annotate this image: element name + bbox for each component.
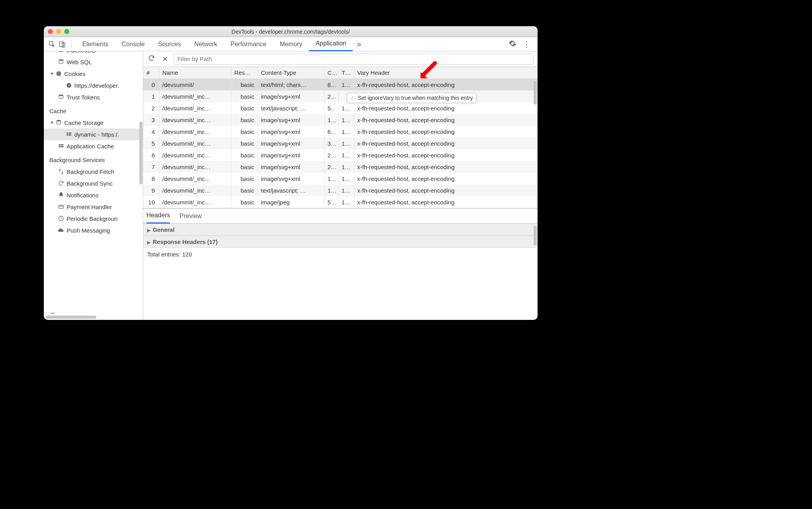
cell-res: basic — [231, 114, 258, 126]
cell-name: /devsummit/_inc… — [159, 173, 231, 184]
cell-vh: x-fh-requested-host, accept-encoding — [354, 114, 538, 126]
table-row[interactable]: 10/devsummit/_inc…basicimage/jpeg5…1…x-f… — [143, 196, 538, 208]
clear-button[interactable]: ✕ — [161, 55, 169, 63]
sidebar-item-indexeddb[interactable]: IndexedDB — [44, 51, 143, 56]
tab-application[interactable]: Application — [309, 37, 353, 51]
sidebar-item-app-cache[interactable]: Application Cache — [44, 140, 143, 152]
cell-cl: 2… — [324, 90, 338, 102]
sidebar-scrollbar-vertical[interactable] — [139, 122, 143, 184]
col-vary-header[interactable]: Vary Header — [354, 67, 538, 79]
tab-console[interactable]: Console — [115, 37, 152, 51]
sidebar-resize-handle[interactable] — [50, 313, 55, 314]
sidebar-item-websql[interactable]: Web SQL — [44, 56, 143, 68]
cell-ct: text/html; chars… — [258, 79, 324, 90]
svg-rect-1 — [60, 42, 63, 47]
svg-rect-15 — [67, 132, 69, 134]
sidebar-item-notifications[interactable]: Notifications — [44, 189, 143, 201]
bell-icon — [57, 192, 65, 198]
cell-res: basic — [231, 90, 258, 102]
cell-idx: 4 — [143, 126, 159, 137]
filter-path-input[interactable] — [174, 54, 534, 65]
svg-point-8 — [58, 74, 59, 75]
col-content-length[interactable]: C.. — [324, 67, 338, 79]
col-time-cached[interactable]: Ti… — [338, 67, 354, 79]
cell-cl: 8… — [324, 79, 338, 90]
cell-cl: 2… — [324, 149, 338, 161]
close-window-button[interactable] — [48, 29, 53, 34]
sidebar-item-push[interactable]: Push Messaging — [44, 224, 143, 236]
cell-res: basic — [231, 126, 258, 137]
cell-cl: 1… — [324, 184, 338, 196]
cell-idx: 6 — [143, 149, 159, 161]
svg-point-5 — [56, 71, 61, 76]
col-index[interactable]: # — [143, 67, 159, 79]
svg-point-9 — [67, 83, 71, 88]
table-row[interactable]: 1/devsummit/_inc…basicimage/svg+xml2… — [143, 90, 538, 102]
cell-name: /devsummit/_inc… — [159, 126, 231, 137]
table-row[interactable]: 9/devsummit/_inc…basictext/javascript; …… — [143, 184, 538, 196]
detail-tabs: Headers Preview — [143, 209, 538, 224]
svg-point-7 — [59, 73, 60, 74]
table-row[interactable]: 8/devsummit/_inc…basicimage/svg+xml1…1…x… — [143, 173, 538, 184]
sidebar-item-cookies[interactable]: ▼ Cookies — [44, 68, 143, 79]
table-row[interactable]: 5/devsummit/_inc…basicimage/svg+xml3…1…x… — [143, 137, 538, 149]
table-scrollbar-vertical[interactable] — [534, 81, 537, 105]
col-response[interactable]: Res… — [231, 67, 258, 79]
inspect-element-icon[interactable] — [47, 40, 57, 48]
device-toggle-icon[interactable] — [57, 40, 67, 48]
sidebar-scrollbar-horizontal[interactable] — [45, 316, 96, 319]
cookie-icon — [55, 70, 63, 77]
col-content-type[interactable]: Content-Type — [258, 67, 324, 79]
tab-overflow-button[interactable]: » — [353, 40, 365, 49]
sidebar-item-periodic[interactable]: Periodic Backgroun — [44, 213, 143, 224]
cell-cl: 1… — [324, 114, 338, 126]
cell-tc: 1… — [338, 137, 354, 149]
cell-vh: x-fh-requested-host, accept-encoding — [354, 102, 538, 114]
cell-name: /devsummit/_inc… — [159, 196, 231, 208]
titlebar: DevTools - developer.chrome.com/tags/dev… — [44, 26, 538, 37]
cell-idx: 1 — [143, 90, 159, 102]
minimize-window-button[interactable] — [56, 29, 61, 34]
zoom-window-button[interactable] — [64, 29, 69, 34]
cell-idx: 3 — [143, 114, 159, 126]
svg-point-11 — [69, 85, 70, 85]
settings-gear-icon[interactable] — [505, 40, 520, 49]
tab-preview-detail[interactable]: Preview — [179, 209, 202, 224]
grid-icon — [65, 131, 73, 137]
table-row[interactable]: 2/devsummit/_inc…basictext/javascript; …… — [143, 102, 538, 114]
devtools-window: DevTools - developer.chrome.com/tags/dev… — [44, 26, 538, 320]
sidebar-item-cache-entry[interactable]: dynamic - https:/. — [44, 128, 143, 140]
tab-elements[interactable]: Elements — [76, 37, 115, 51]
more-menu-icon[interactable]: ⋮ — [520, 40, 534, 49]
sidebar-item-trust-tokens[interactable]: Trust Tokens — [44, 91, 143, 103]
svg-point-6 — [58, 72, 58, 73]
sidebar-item-bg-sync[interactable]: Background Sync — [44, 177, 143, 189]
panel-tab-strip: Elements Console Sources Network Perform… — [44, 37, 538, 51]
section-general[interactable]: ▶General — [143, 224, 538, 236]
table-row[interactable]: 4/devsummit/_inc…basicimage/svg+xml6…1…x… — [143, 126, 538, 137]
detail-scrollbar-vertical[interactable] — [534, 226, 537, 245]
sidebar-label: Push Messaging — [67, 227, 110, 234]
tab-memory[interactable]: Memory — [273, 37, 309, 51]
sidebar-item-cookie-origin[interactable]: https://developer. — [44, 79, 143, 91]
table-row[interactable]: 6/devsummit/_inc…basicimage/svg+xml2…1…x… — [143, 149, 538, 161]
sidebar-item-cache-storage[interactable]: ▼ Cache Storage — [44, 117, 143, 128]
section-response-headers[interactable]: ▶Response Headers (17) — [143, 236, 538, 248]
table-row[interactable]: 7/devsummit/_inc…basicimage/svg+xml2…1…x… — [143, 161, 538, 173]
cell-vh: x-fh-requested-host, accept-encoding — [354, 184, 538, 196]
tab-network[interactable]: Network — [188, 37, 224, 51]
svg-rect-18 — [69, 134, 71, 135]
sidebar-item-payment[interactable]: Payment Handler — [44, 201, 143, 213]
tab-performance[interactable]: Performance — [224, 37, 273, 51]
svg-point-12 — [68, 86, 69, 87]
table-row[interactable]: 0/devsummit/basictext/html; chars…8…1…x-… — [143, 79, 538, 90]
tab-sources[interactable]: Sources — [151, 37, 188, 51]
col-name[interactable]: Name — [159, 67, 231, 79]
chevron-right-icon: ▶ — [147, 240, 150, 245]
cell-name: /devsummit/_inc… — [159, 137, 231, 149]
refresh-button[interactable] — [147, 54, 156, 63]
tab-headers-detail[interactable]: Headers — [146, 209, 170, 224]
cell-tc: 1… — [338, 79, 354, 90]
sidebar-item-bg-fetch[interactable]: Background Fetch — [44, 166, 143, 177]
table-row[interactable]: 3/devsummit/_inc…basicimage/svg+xml1…1…x… — [143, 114, 538, 126]
